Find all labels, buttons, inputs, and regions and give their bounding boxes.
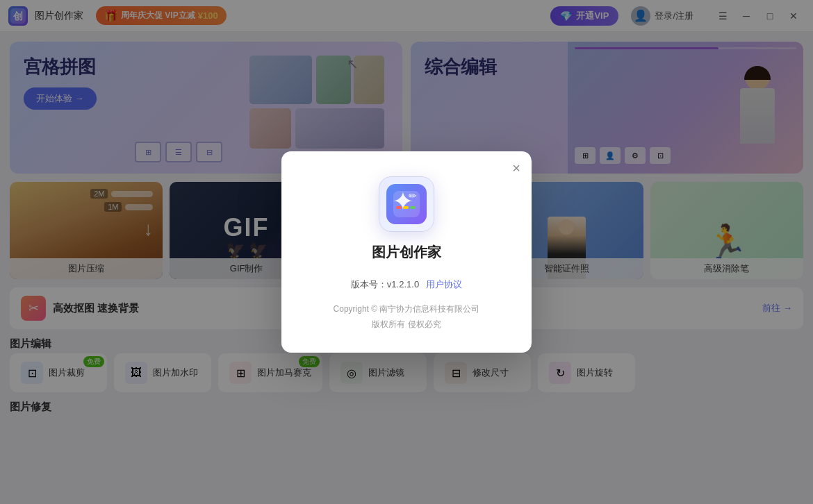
modal-copyright: Copyright © 南宁协力信息科技有限公司 版权所有 侵权必究 [334,302,480,332]
modal-box: × ✦ ✏ [281,151,532,353]
modal-app-icon: ✦ ✏ [379,176,434,232]
copyright-line1: Copyright © 南宁协力信息科技有限公司 [334,302,480,317]
svg-rect-6 [403,206,409,209]
modal-overlay[interactable]: × ✦ ✏ [0,0,813,504]
modal-agreement-link[interactable]: 用户协议 [426,278,462,291]
modal-app-name-label: 图片创作家 [372,243,441,262]
svg-text:✏: ✏ [409,190,417,201]
svg-rect-7 [410,206,416,209]
copyright-line2: 版权所有 侵权必究 [334,317,480,333]
svg-rect-5 [396,206,402,209]
modal-version-row: 版本号：v1.2.1.0 用户协议 [351,278,462,291]
modal-close-button[interactable]: × [512,161,520,175]
modal-version-text: 版本号：v1.2.1.0 [351,278,419,291]
modal-app-icon-svg: ✦ ✏ [386,184,427,224]
